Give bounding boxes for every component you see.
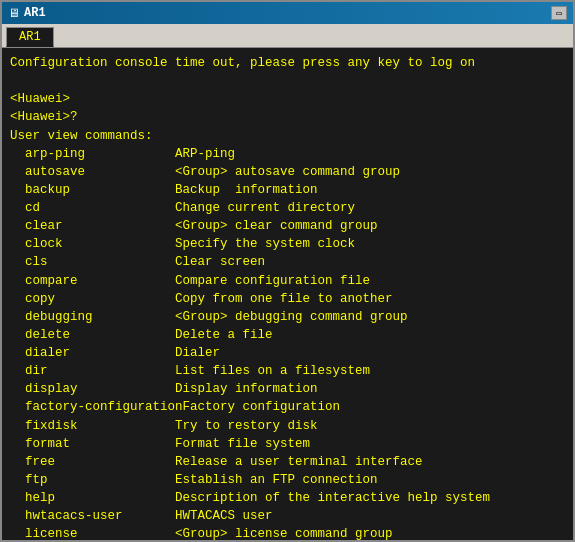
terminal-line [10, 72, 565, 90]
terminal-line: Configuration console time out, please p… [10, 54, 565, 72]
terminal-line: copy Copy from one file to another [10, 290, 565, 308]
terminal-line: debugging <Group> debugging command grou… [10, 308, 565, 326]
terminal-line: compare Compare configuration file [10, 272, 565, 290]
restore-button[interactable]: ▭ [551, 6, 567, 20]
main-window: 🖥 AR1 ▭ AR1 Configuration console time o… [0, 0, 575, 542]
terminal-line: dir List files on a filesystem [10, 362, 565, 380]
terminal-line: backup Backup information [10, 181, 565, 199]
terminal-line: ftp Establish an FTP connection [10, 471, 565, 489]
terminal-line: clock Specify the system clock [10, 235, 565, 253]
terminal-line: clear <Group> clear command group [10, 217, 565, 235]
window-title: AR1 [24, 6, 46, 20]
terminal-line: arp-ping ARP-ping [10, 145, 565, 163]
tab-bar: AR1 [2, 24, 573, 48]
terminal-line: help Description of the interactive help… [10, 489, 565, 507]
terminal-line: hwtacacs-user HWTACACS user [10, 507, 565, 525]
terminal-line: free Release a user terminal interface [10, 453, 565, 471]
terminal-line: delete Delete a file [10, 326, 565, 344]
terminal-line: license <Group> license command group [10, 525, 565, 540]
window-icon: 🖥 [8, 6, 20, 21]
terminal-line: <Huawei> [10, 90, 565, 108]
terminal-line: dialer Dialer [10, 344, 565, 362]
terminal-line: cls Clear screen [10, 253, 565, 271]
title-bar-left: 🖥 AR1 [8, 6, 46, 21]
terminal-line: cd Change current directory [10, 199, 565, 217]
terminal-line: factory-configurationFactory configurati… [10, 398, 565, 416]
terminal-line: autosave <Group> autosave command group [10, 163, 565, 181]
terminal-line: User view commands: [10, 127, 565, 145]
terminal-line: <Huawei>? [10, 108, 565, 126]
terminal-output[interactable]: Configuration console time out, please p… [2, 48, 573, 540]
tab-ar1[interactable]: AR1 [6, 27, 54, 47]
terminal-line: format Format file system [10, 435, 565, 453]
title-bar: 🖥 AR1 ▭ [2, 2, 573, 24]
terminal-line: display Display information [10, 380, 565, 398]
title-bar-buttons: ▭ [551, 6, 567, 20]
terminal-line: fixdisk Try to restory disk [10, 417, 565, 435]
